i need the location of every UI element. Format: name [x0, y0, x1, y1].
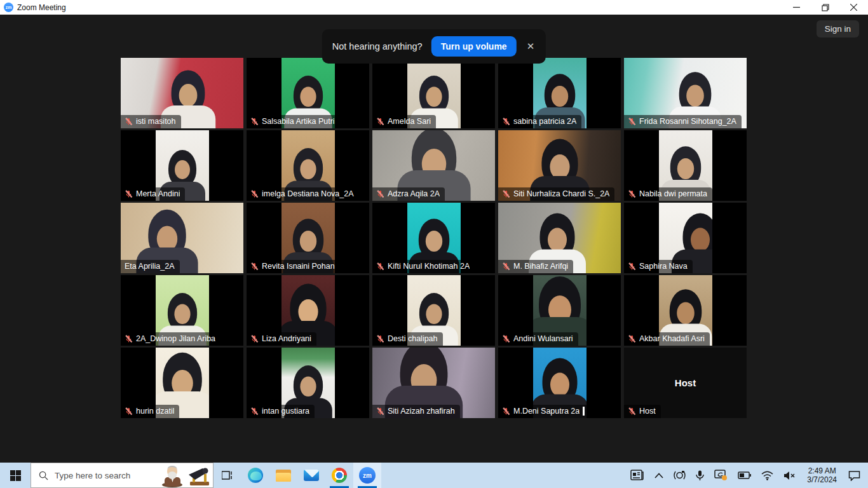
silhouette-face: [425, 231, 442, 252]
participant-tile[interactable]: Frida Rosanni Sihotang_2A: [624, 58, 747, 128]
participant-name: Kifti Nurul Khotimah 2A: [388, 262, 470, 271]
participant-tile[interactable]: hurin dzatil: [121, 348, 243, 418]
battery-tray-button[interactable]: [734, 463, 755, 488]
action-center-icon: [848, 470, 860, 481]
banner-close-icon[interactable]: ✕: [526, 41, 536, 52]
participant-name: Eta Aprilia_2A: [125, 262, 175, 271]
taskbar-clock[interactable]: 2:49 AM 3/7/2024: [802, 466, 842, 484]
participant-tile[interactable]: Siti Azizah zhafirah: [372, 348, 495, 418]
participant-name: isti masitoh: [136, 117, 176, 126]
news-widget-button[interactable]: [627, 463, 648, 488]
participant-name: Liza Andriyani: [262, 334, 311, 343]
taskbar-app-chrome[interactable]: [325, 463, 353, 488]
clock-time: 2:49 AM: [807, 466, 837, 475]
participant-name: sabina patricia 2A: [513, 117, 576, 126]
participant-tile[interactable]: Merta Andini: [121, 130, 243, 201]
task-view-button[interactable]: [214, 463, 241, 488]
participant-tile[interactable]: Eta Aprilia_2A: [121, 203, 243, 273]
participant-tile[interactable]: Nabila dwi permata: [624, 130, 747, 201]
participant-name: Frida Rosanni Sihotang_2A: [639, 117, 736, 126]
participant-name: Desti chalipah: [388, 334, 438, 343]
muted-mic-icon: [628, 190, 636, 198]
participant-nameplate: hurin dzatil: [121, 405, 179, 418]
participant-tile[interactable]: Revita Isnaini Pohan: [247, 203, 369, 273]
participant-tile[interactable]: intan gustiara: [247, 348, 369, 418]
chrome-icon: [332, 468, 347, 483]
participant-tile[interactable]: imelga Destiana Nova_2A: [247, 130, 369, 201]
minimize-icon: [793, 4, 800, 11]
text-cursor: [583, 407, 585, 416]
silhouette-face: [691, 228, 710, 252]
participant-name: Siti Azizah zhafirah: [388, 407, 455, 416]
action-center-button[interactable]: [844, 463, 864, 488]
participant-nameplate: M.Deni Saputra 2a: [498, 405, 590, 418]
edge-icon: [248, 468, 263, 483]
participant-nameplate: Adzra Aqila 2A: [372, 187, 445, 201]
muted-mic-icon: [376, 262, 384, 271]
participant-tile[interactable]: Liza Andriyani: [247, 275, 369, 346]
close-button[interactable]: [839, 0, 868, 15]
taskbar-app-file-explorer[interactable]: [269, 463, 297, 488]
participant-name: hurin dzatil: [136, 407, 174, 416]
silhouette-face: [300, 87, 316, 107]
silhouette-face: [550, 373, 569, 397]
wifi-tray-button[interactable]: [757, 463, 777, 488]
muted-mic-icon: [502, 335, 510, 343]
sign-in-button[interactable]: Sign in: [817, 20, 859, 37]
participant-tile[interactable]: Adzra Aqila 2A: [372, 130, 495, 201]
taskbar-app-mail[interactable]: [297, 463, 325, 488]
participant-tile[interactable]: Amelda Sari: [372, 58, 495, 128]
muted-mic-icon: [125, 407, 133, 416]
microphone-icon: [696, 470, 704, 481]
participant-nameplate: Frida Rosanni Sihotang_2A: [624, 115, 742, 128]
participant-tile[interactable]: Host Host: [624, 348, 747, 418]
participant-name: Revita Isnaini Pohan: [262, 262, 335, 271]
search-icon: [39, 471, 48, 480]
muted-mic-icon: [250, 262, 259, 271]
silhouette-face: [677, 302, 695, 325]
participant-tile[interactable]: Akbar Khadafi Asri: [624, 275, 747, 346]
turn-up-volume-button[interactable]: Turn up volume: [431, 36, 517, 57]
participant-nameplate: Siti Nurhaliza Chardi S._2A: [498, 187, 614, 201]
windows-logo-icon: [10, 470, 21, 481]
participant-tile[interactable]: Salsabila Artika Putri: [247, 58, 369, 128]
participant-tile[interactable]: sabina patricia 2A: [498, 58, 621, 128]
muted-mic-icon: [502, 407, 510, 416]
participant-nameplate: intan gustiara: [247, 405, 315, 418]
start-button[interactable]: [0, 463, 31, 488]
taskbar-search-input[interactable]: Type here to search: [31, 463, 214, 488]
muted-mic-icon: [250, 190, 259, 198]
participant-tile[interactable]: Andini Wulansari: [498, 275, 621, 346]
participant-nameplate: Merta Andini: [121, 187, 185, 201]
silhouette-face: [179, 84, 198, 107]
restore-button[interactable]: [811, 0, 839, 15]
volume-tray-button[interactable]: [780, 463, 799, 488]
participant-tile[interactable]: Desti chalipah: [372, 275, 495, 346]
muted-mic-icon: [376, 118, 384, 126]
battery-icon: [738, 471, 751, 479]
taskbar-app-zoom[interactable]: zm: [353, 463, 381, 488]
show-hidden-icons-button[interactable]: [651, 463, 667, 488]
chevron-up-icon: [654, 473, 663, 478]
participant-tile[interactable]: isti masitoh: [121, 58, 243, 128]
participant-tile[interactable]: Siti Nurhaliza Chardi S._2A: [498, 130, 621, 201]
participant-tile[interactable]: Kifti Nurul Khotimah 2A: [372, 203, 495, 273]
silhouette-face: [426, 304, 442, 325]
screen-cast-tray-button[interactable]: [670, 463, 689, 488]
window-titlebar: zm Zoom Meeting: [0, 0, 868, 15]
participant-tile[interactable]: M. Bihafiz Arifqi: [498, 203, 621, 273]
display-notification-button[interactable]: [710, 463, 731, 488]
minimize-button[interactable]: [782, 0, 811, 15]
participant-nameplate: Desti chalipah: [372, 332, 443, 346]
microphone-tray-button[interactable]: [692, 463, 708, 488]
audio-notification-banner: Not hearing anything? Turn up volume ✕: [322, 29, 546, 64]
muted-mic-icon: [376, 407, 384, 416]
participant-tile[interactable]: 2A_Dwinop Jilan Ariba: [121, 275, 243, 346]
clock-date: 3/7/2024: [807, 475, 837, 484]
participant-nameplate: isti masitoh: [121, 115, 181, 128]
participant-tile[interactable]: Saphira Nava: [624, 203, 747, 273]
search-highlight-illustration[interactable]: [159, 463, 212, 487]
participant-tile[interactable]: M.Deni Saputra 2a: [498, 348, 621, 418]
participant-name: 2A_Dwinop Jilan Ariba: [136, 334, 215, 343]
taskbar-app-edge[interactable]: [241, 463, 269, 488]
